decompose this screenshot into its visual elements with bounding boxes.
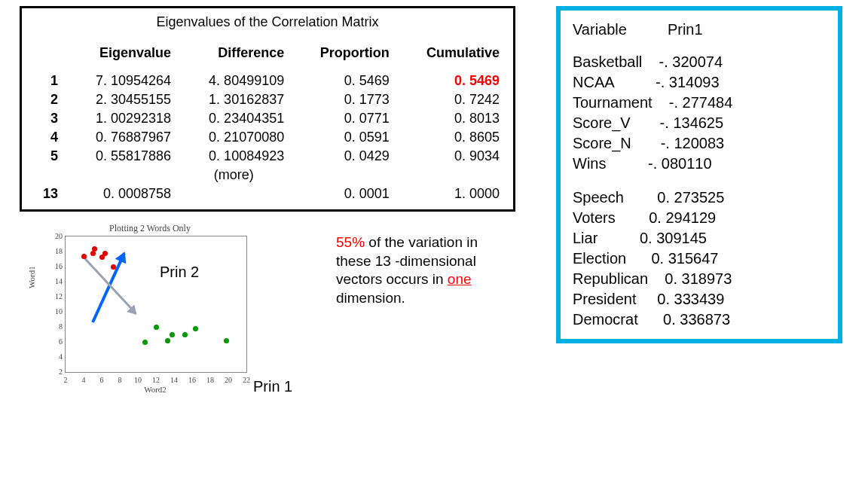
chart-area: 2468101214161820246810121416182022 <box>65 236 247 373</box>
data-point-green <box>193 326 198 331</box>
data-point-red <box>81 254 87 259</box>
prin2-arrow-icon <box>91 252 126 323</box>
header-prin1: Prin1 <box>668 21 703 38</box>
table-row: 31. 002923180. 234043510. 07710. 8013 <box>29 109 506 128</box>
loadings-negative: Basketball -. 320074 NCAA -. 314093 Tour… <box>573 52 826 174</box>
table-header-row: Eigenvalue Difference Proportion Cumulat… <box>29 44 506 63</box>
data-point-green <box>170 332 175 337</box>
th-eigenvalue: Eigenvalue <box>64 44 177 63</box>
th-difference: Difference <box>177 44 290 63</box>
th-blank <box>29 44 64 63</box>
one-underline: one <box>448 271 472 287</box>
data-point-red <box>102 251 108 256</box>
table-row: 22. 304551551. 301628370. 17730. 7242 <box>29 90 506 109</box>
data-point-green <box>165 338 170 343</box>
chart-ylabel: Word1 <box>27 266 36 288</box>
pct-highlight: 55% <box>336 234 365 250</box>
eigenvalues-table: Eigenvalue Difference Proportion Cumulat… <box>29 44 506 203</box>
loadings-positive: Speech 0. 273525 Voters 0. 294129 Liar 0… <box>573 188 826 330</box>
table-row: 17. 109542644. 804991090. 54690. 5469 <box>29 72 506 90</box>
header-variable: Variable <box>573 21 627 38</box>
scatter-plot: Plotting 2 Words Only Word1 246810121416… <box>44 223 256 394</box>
table-row: 40. 768879670. 210700800. 05910. 8605 <box>29 128 506 147</box>
data-point-green <box>182 332 188 337</box>
data-point-green <box>154 325 159 330</box>
chart-title: Plotting 2 Words Only <box>44 223 256 234</box>
th-proportion: Proportion <box>290 44 396 63</box>
prin2-label: Prin 2 <box>160 264 199 281</box>
data-point-green <box>142 340 148 345</box>
eigenvalues-title: Eigenvalues of the Correlation Matrix <box>29 14 506 30</box>
loadings-box: Variable Prin1 Basketball -. 320074 NCAA… <box>556 6 842 343</box>
caption-text-2: dimension. <box>336 290 405 306</box>
th-cumulative: Cumulative <box>396 44 506 63</box>
table-more: (more) <box>29 166 506 185</box>
data-point-red <box>111 264 116 270</box>
loadings-header: Variable Prin1 <box>573 21 826 38</box>
table-row: 50. 558178860. 100849230. 04290. 9034 <box>29 147 506 166</box>
data-point-green <box>224 338 229 343</box>
explanatory-caption: 55% of the variation in these 13 -dimens… <box>336 233 509 308</box>
data-point-red <box>90 251 96 256</box>
data-point-red <box>92 246 97 252</box>
table-row: 130. 00087580. 00011. 0000 <box>29 185 506 203</box>
chart-xlabel: Word2 <box>65 385 246 394</box>
prin1-label: Prin 1 <box>253 378 292 395</box>
eigenvalues-box: Eigenvalues of the Correlation Matrix Ei… <box>20 6 515 212</box>
prin1-arrow-icon <box>83 256 137 314</box>
